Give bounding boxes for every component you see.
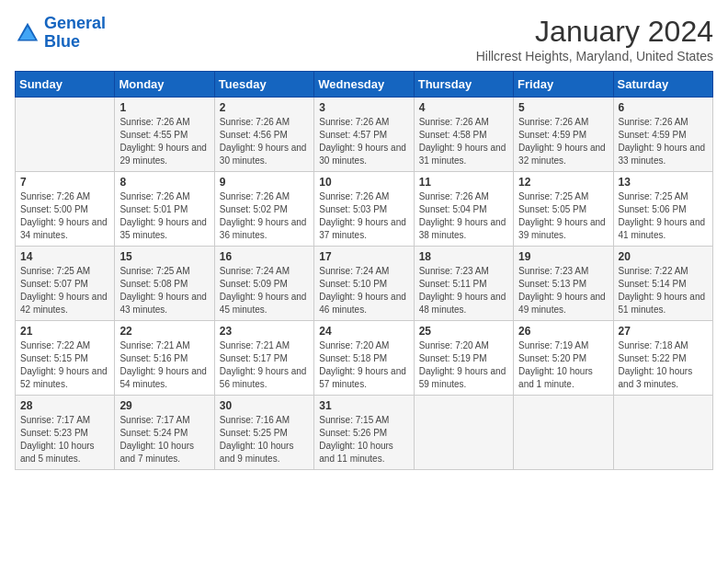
day-cell: 6Sunrise: 7:26 AMSunset: 4:59 PMDaylight… — [613, 98, 712, 172]
day-number: 13 — [619, 176, 708, 189]
day-number: 28 — [20, 399, 109, 412]
day-cell: 14Sunrise: 7:25 AMSunset: 5:07 PMDayligh… — [16, 247, 115, 321]
day-number: 14 — [20, 250, 109, 263]
week-row-4: 21Sunrise: 7:22 AMSunset: 5:15 PMDayligh… — [16, 321, 713, 396]
day-info: Sunrise: 7:22 AMSunset: 5:15 PMDaylight:… — [20, 339, 109, 391]
day-cell: 17Sunrise: 7:24 AMSunset: 5:10 PMDayligh… — [314, 247, 414, 321]
day-cell — [414, 396, 513, 470]
page-header: General Blue January 2024 Hillcrest Heig… — [15, 15, 713, 63]
day-info: Sunrise: 7:25 AMSunset: 5:05 PMDaylight:… — [518, 190, 608, 242]
day-cell: 4Sunrise: 7:26 AMSunset: 4:58 PMDaylight… — [414, 98, 513, 172]
day-number: 4 — [419, 101, 508, 114]
day-info: Sunrise: 7:26 AMSunset: 5:02 PMDaylight:… — [220, 190, 309, 242]
logo-blue: Blue — [44, 32, 80, 51]
col-header-thursday: Thursday — [414, 72, 513, 98]
day-cell: 20Sunrise: 7:22 AMSunset: 5:14 PMDayligh… — [613, 247, 712, 321]
day-info: Sunrise: 7:20 AMSunset: 5:19 PMDaylight:… — [419, 339, 508, 391]
location-subtitle: Hillcrest Heights, Maryland, United Stat… — [476, 49, 713, 63]
day-info: Sunrise: 7:25 AMSunset: 5:06 PMDaylight:… — [619, 190, 708, 242]
day-number: 8 — [119, 176, 209, 189]
day-number: 21 — [20, 325, 109, 338]
day-number: 30 — [220, 399, 309, 412]
day-cell: 27Sunrise: 7:18 AMSunset: 5:22 PMDayligh… — [613, 321, 712, 396]
day-number: 3 — [319, 101, 408, 114]
day-info: Sunrise: 7:19 AMSunset: 5:20 PMDaylight:… — [518, 339, 608, 391]
day-info: Sunrise: 7:25 AMSunset: 5:07 PMDaylight:… — [20, 265, 109, 316]
day-info: Sunrise: 7:21 AMSunset: 5:17 PMDaylight:… — [220, 339, 309, 391]
day-cell: 28Sunrise: 7:17 AMSunset: 5:23 PMDayligh… — [16, 396, 115, 470]
day-cell — [613, 396, 712, 470]
col-header-wednesday: Wednesday — [314, 72, 414, 98]
day-cell: 5Sunrise: 7:26 AMSunset: 4:59 PMDaylight… — [514, 98, 613, 172]
day-info: Sunrise: 7:26 AMSunset: 5:03 PMDaylight:… — [319, 190, 408, 242]
logo-icon — [15, 20, 40, 46]
day-info: Sunrise: 7:23 AMSunset: 5:11 PMDaylight:… — [419, 265, 508, 316]
day-number: 25 — [419, 325, 508, 338]
day-cell: 18Sunrise: 7:23 AMSunset: 5:11 PMDayligh… — [414, 247, 513, 321]
day-info: Sunrise: 7:21 AMSunset: 5:16 PMDaylight:… — [119, 339, 209, 391]
day-number: 22 — [119, 325, 209, 338]
week-row-5: 28Sunrise: 7:17 AMSunset: 5:23 PMDayligh… — [16, 396, 713, 470]
day-cell: 7Sunrise: 7:26 AMSunset: 5:00 PMDaylight… — [16, 172, 115, 247]
day-cell: 8Sunrise: 7:26 AMSunset: 5:01 PMDaylight… — [115, 172, 214, 247]
col-header-saturday: Saturday — [613, 72, 712, 98]
day-cell: 19Sunrise: 7:23 AMSunset: 5:13 PMDayligh… — [514, 247, 613, 321]
day-info: Sunrise: 7:26 AMSunset: 4:58 PMDaylight:… — [419, 116, 508, 167]
day-cell: 10Sunrise: 7:26 AMSunset: 5:03 PMDayligh… — [314, 172, 414, 247]
day-cell: 9Sunrise: 7:26 AMSunset: 5:02 PMDaylight… — [214, 172, 313, 247]
day-number: 11 — [419, 176, 508, 189]
day-cell: 1Sunrise: 7:26 AMSunset: 4:55 PMDaylight… — [115, 98, 214, 172]
day-number: 27 — [619, 325, 708, 338]
day-number: 16 — [220, 250, 309, 263]
day-cell: 11Sunrise: 7:26 AMSunset: 5:04 PMDayligh… — [414, 172, 513, 247]
calendar-table: SundayMondayTuesdayWednesdayThursdayFrid… — [15, 71, 713, 470]
day-cell: 2Sunrise: 7:26 AMSunset: 4:56 PMDaylight… — [214, 98, 313, 172]
day-info: Sunrise: 7:17 AMSunset: 5:23 PMDaylight:… — [20, 414, 109, 465]
day-info: Sunrise: 7:22 AMSunset: 5:14 PMDaylight:… — [619, 265, 708, 316]
logo: General Blue — [15, 15, 106, 52]
day-number: 10 — [319, 176, 408, 189]
day-cell: 23Sunrise: 7:21 AMSunset: 5:17 PMDayligh… — [214, 321, 313, 396]
day-number: 17 — [319, 250, 408, 263]
week-row-1: 1Sunrise: 7:26 AMSunset: 4:55 PMDaylight… — [16, 98, 713, 172]
day-number: 31 — [319, 399, 408, 412]
day-cell: 24Sunrise: 7:20 AMSunset: 5:18 PMDayligh… — [314, 321, 414, 396]
day-number: 9 — [220, 176, 309, 189]
day-info: Sunrise: 7:26 AMSunset: 5:00 PMDaylight:… — [20, 190, 109, 242]
day-info: Sunrise: 7:26 AMSunset: 5:04 PMDaylight:… — [419, 190, 508, 242]
day-cell: 26Sunrise: 7:19 AMSunset: 5:20 PMDayligh… — [514, 321, 613, 396]
day-number: 19 — [518, 250, 608, 263]
day-number: 24 — [319, 325, 408, 338]
header-row: SundayMondayTuesdayWednesdayThursdayFrid… — [16, 72, 713, 98]
day-info: Sunrise: 7:26 AMSunset: 4:55 PMDaylight:… — [119, 116, 209, 167]
col-header-friday: Friday — [514, 72, 613, 98]
day-info: Sunrise: 7:15 AMSunset: 5:26 PMDaylight:… — [319, 414, 408, 465]
col-header-sunday: Sunday — [16, 72, 115, 98]
day-number: 7 — [20, 176, 109, 189]
day-info: Sunrise: 7:26 AMSunset: 5:01 PMDaylight:… — [119, 190, 209, 242]
day-cell: 3Sunrise: 7:26 AMSunset: 4:57 PMDaylight… — [314, 98, 414, 172]
day-number: 20 — [619, 250, 708, 263]
day-info: Sunrise: 7:26 AMSunset: 4:59 PMDaylight:… — [518, 116, 608, 167]
day-info: Sunrise: 7:18 AMSunset: 5:22 PMDaylight:… — [619, 339, 708, 391]
day-cell: 21Sunrise: 7:22 AMSunset: 5:15 PMDayligh… — [16, 321, 115, 396]
day-info: Sunrise: 7:26 AMSunset: 4:59 PMDaylight:… — [619, 116, 708, 167]
day-number: 1 — [119, 101, 209, 114]
day-number: 5 — [518, 101, 608, 114]
day-info: Sunrise: 7:26 AMSunset: 4:57 PMDaylight:… — [319, 116, 408, 167]
day-cell: 29Sunrise: 7:17 AMSunset: 5:24 PMDayligh… — [115, 396, 214, 470]
day-cell: 15Sunrise: 7:25 AMSunset: 5:08 PMDayligh… — [115, 247, 214, 321]
day-number: 2 — [220, 101, 309, 114]
day-cell: 12Sunrise: 7:25 AMSunset: 5:05 PMDayligh… — [514, 172, 613, 247]
col-header-monday: Monday — [115, 72, 214, 98]
day-cell: 31Sunrise: 7:15 AMSunset: 5:26 PMDayligh… — [314, 396, 414, 470]
day-number: 23 — [220, 325, 309, 338]
day-info: Sunrise: 7:23 AMSunset: 5:13 PMDaylight:… — [518, 265, 608, 316]
day-cell: 16Sunrise: 7:24 AMSunset: 5:09 PMDayligh… — [214, 247, 313, 321]
logo-text: General Blue — [44, 15, 106, 52]
day-cell: 13Sunrise: 7:25 AMSunset: 5:06 PMDayligh… — [613, 172, 712, 247]
day-number: 29 — [119, 399, 209, 412]
day-cell — [16, 98, 115, 172]
day-info: Sunrise: 7:20 AMSunset: 5:18 PMDaylight:… — [319, 339, 408, 391]
day-info: Sunrise: 7:24 AMSunset: 5:09 PMDaylight:… — [220, 265, 309, 316]
